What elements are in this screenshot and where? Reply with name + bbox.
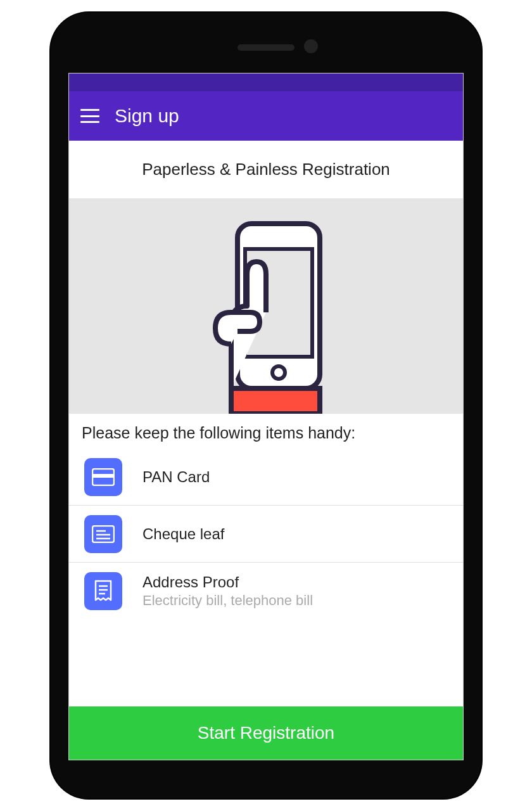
- item-text: Address Proof Electricity bill, telephon…: [142, 573, 313, 609]
- cheque-icon: [84, 515, 122, 553]
- list-item: Address Proof Electricity bill, telephon…: [69, 563, 463, 620]
- item-subtitle: Electricity bill, telephone bill: [142, 592, 313, 609]
- card-icon: [84, 458, 122, 496]
- main-content: Paperless & Painless Registration: [69, 141, 463, 760]
- device-frame: Sign up Paperless & Painless Registratio…: [51, 13, 481, 798]
- device-speaker: [238, 44, 294, 51]
- status-bar: [69, 73, 463, 91]
- app-bar: Sign up: [69, 91, 463, 141]
- hand-holding-phone-icon: [193, 217, 339, 414]
- item-title: PAN Card: [142, 468, 210, 486]
- start-registration-button[interactable]: Start Registration: [69, 706, 463, 760]
- list-item: PAN Card: [69, 449, 463, 506]
- page-title: Sign up: [115, 105, 179, 127]
- menu-icon[interactable]: [80, 109, 99, 123]
- svg-rect-3: [231, 388, 320, 414]
- item-title: Cheque leaf: [142, 525, 224, 543]
- requirements-list: PAN Card Cheque leaf: [69, 449, 463, 620]
- screen: Sign up Paperless & Painless Registratio…: [68, 73, 464, 760]
- instruction-text: Please keep the following items handy:: [69, 414, 463, 449]
- item-title: Address Proof: [142, 573, 313, 591]
- hero-illustration: [69, 198, 463, 414]
- list-item: Cheque leaf: [69, 506, 463, 563]
- hero-title: Paperless & Painless Registration: [69, 160, 463, 198]
- bill-icon: [84, 572, 122, 610]
- item-text: PAN Card: [142, 468, 210, 486]
- hero: Paperless & Painless Registration: [69, 141, 463, 414]
- device-camera: [304, 39, 318, 53]
- svg-rect-5: [92, 474, 114, 478]
- spacer: [69, 620, 463, 706]
- item-text: Cheque leaf: [142, 525, 224, 543]
